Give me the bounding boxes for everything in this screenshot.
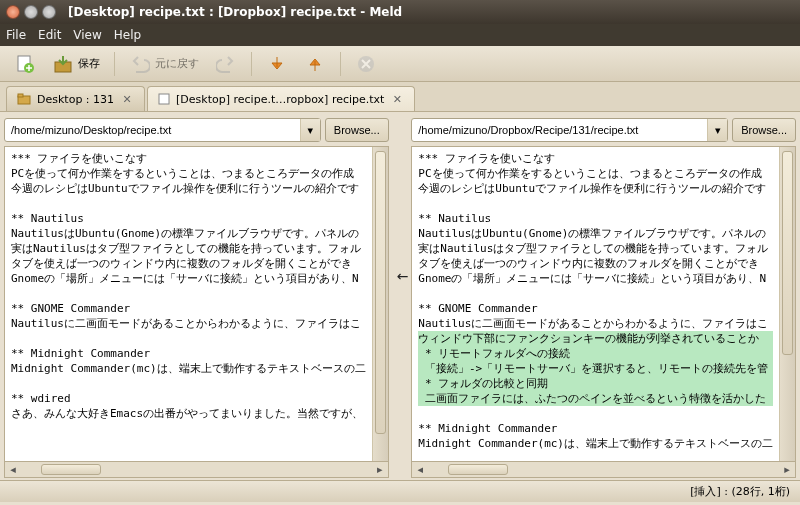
- new-file-icon: [14, 53, 36, 75]
- right-path-input[interactable]: [412, 119, 707, 141]
- right-path-field[interactable]: ▾: [411, 118, 728, 142]
- right-pane: ▾ Browse... *** ファイラを使いこなす PCを使って何か作業をする…: [407, 112, 800, 480]
- redo-icon: [215, 53, 237, 75]
- dropdown-icon[interactable]: ▾: [707, 119, 727, 141]
- statusbar: [挿入] : (28行, 1桁): [0, 480, 800, 502]
- scroll-left-icon[interactable]: ◂: [412, 462, 428, 477]
- tab-label: [Desktop] recipe.t…ropbox] recipe.txt: [176, 93, 384, 106]
- maximize-window-button[interactable]: [42, 5, 56, 19]
- scroll-right-icon[interactable]: ▸: [372, 462, 388, 477]
- left-path-field[interactable]: ▾: [4, 118, 321, 142]
- folder-icon: [17, 92, 31, 106]
- scroll-left-icon[interactable]: ◂: [5, 462, 21, 477]
- minimize-window-button[interactable]: [24, 5, 38, 19]
- dropdown-icon[interactable]: ▾: [300, 119, 320, 141]
- menu-view[interactable]: View: [73, 28, 101, 42]
- tab-label: Desktop : 131: [37, 93, 114, 106]
- scroll-right-icon[interactable]: ▸: [779, 462, 795, 477]
- right-vscrollbar[interactable]: [779, 147, 795, 461]
- new-button[interactable]: [8, 50, 42, 78]
- save-label: 保存: [78, 56, 100, 71]
- right-browse-button[interactable]: Browse...: [732, 118, 796, 142]
- toolbar-separator: [114, 52, 115, 76]
- left-hscrollbar[interactable]: ◂ ▸: [4, 462, 389, 478]
- undo-label: 元に戻す: [155, 56, 199, 71]
- left-pane: ▾ Browse... *** ファイラを使いこなす PCを使って何か作業をする…: [0, 112, 393, 480]
- toolbar-separator: [251, 52, 252, 76]
- prev-diff-button[interactable]: [298, 50, 332, 78]
- left-text-content[interactable]: *** ファイラを使いこなす PCを使って何か作業をするということは、つまるとこ…: [5, 147, 372, 461]
- checkbox-icon: [158, 93, 170, 105]
- svg-rect-5: [18, 94, 23, 97]
- tab-diff[interactable]: [Desktop] recipe.t…ropbox] recipe.txt ✕: [147, 86, 415, 111]
- close-icon[interactable]: ✕: [120, 92, 134, 106]
- menu-help[interactable]: Help: [114, 28, 141, 42]
- window-title: [Desktop] recipe.txt : [Dropbox] recipe.…: [68, 5, 402, 19]
- left-browse-button[interactable]: Browse...: [325, 118, 389, 142]
- arrow-up-icon: [304, 53, 326, 75]
- left-path-input[interactable]: [5, 119, 300, 141]
- save-button[interactable]: 保存: [46, 50, 106, 78]
- undo-button[interactable]: 元に戻す: [123, 50, 205, 78]
- tabbar: Desktop : 131 ✕ [Desktop] recipe.t…ropbo…: [0, 82, 800, 112]
- toolbar: 保存 元に戻す: [0, 46, 800, 82]
- left-vscrollbar[interactable]: [372, 147, 388, 461]
- save-icon: [52, 53, 74, 75]
- stop-button[interactable]: [349, 50, 383, 78]
- right-text-content[interactable]: *** ファイラを使いこなす PCを使って何か作業をするということは、つまるとこ…: [412, 147, 779, 461]
- close-icon[interactable]: ✕: [390, 92, 404, 106]
- status-text: [挿入] : (28行, 1桁): [690, 484, 790, 499]
- titlebar: [Desktop] recipe.txt : [Dropbox] recipe.…: [0, 0, 800, 24]
- next-diff-button[interactable]: [260, 50, 294, 78]
- arrow-down-icon: [266, 53, 288, 75]
- close-window-button[interactable]: [6, 5, 20, 19]
- right-hscrollbar[interactable]: ◂ ▸: [411, 462, 796, 478]
- menu-file[interactable]: File: [6, 28, 26, 42]
- workarea: ▾ Browse... *** ファイラを使いこなす PCを使って何か作業をする…: [0, 112, 800, 480]
- undo-icon: [129, 53, 151, 75]
- svg-rect-6: [159, 94, 169, 104]
- tab-desktop-131[interactable]: Desktop : 131 ✕: [6, 86, 145, 111]
- menu-edit[interactable]: Edit: [38, 28, 61, 42]
- diff-gutter: ←: [393, 112, 408, 480]
- menubar: File Edit View Help: [0, 24, 800, 46]
- redo-button[interactable]: [209, 50, 243, 78]
- merge-left-arrow-icon[interactable]: ←: [397, 268, 409, 284]
- toolbar-separator: [340, 52, 341, 76]
- stop-icon: [355, 53, 377, 75]
